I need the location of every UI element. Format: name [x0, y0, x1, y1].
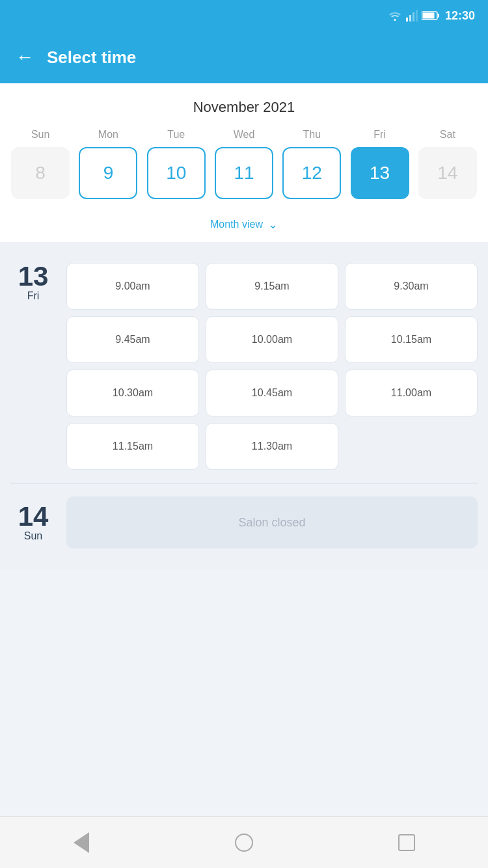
day-13-number: 13 — [10, 263, 56, 290]
weekday-wed: Wed — [215, 129, 273, 141]
day-14-block: 14 Sun Salon closed — [0, 489, 488, 556]
home-nav-icon — [235, 834, 253, 852]
dates-row: 8 9 10 11 12 13 14 — [0, 147, 488, 199]
day-14-number: 14 — [10, 503, 56, 530]
day-14-label: 14 Sun — [10, 503, 56, 542]
weekday-tue: Tue — [147, 129, 206, 141]
weekday-mon: Mon — [79, 129, 137, 141]
weekday-thu: Thu — [282, 129, 341, 141]
recents-nav-icon — [398, 834, 415, 851]
status-time: 12:30 — [445, 9, 475, 23]
time-slot-1115am[interactable]: 11.15am — [66, 423, 199, 470]
time-slot-1130am[interactable]: 11.30am — [206, 423, 338, 470]
signal-icon — [406, 10, 418, 21]
nav-recents-button[interactable] — [390, 826, 423, 859]
salon-closed-label: Salon closed — [238, 516, 305, 530]
month-title: November 2021 — [0, 99, 488, 116]
svg-rect-5 — [438, 14, 439, 18]
day-divider — [10, 483, 478, 483]
times-area: 13 Fri 9.00am 9.15am 9.30am 9.45am 10.00… — [0, 242, 488, 569]
weekday-sun: Sun — [11, 129, 70, 141]
date-12[interactable]: 12 — [282, 147, 341, 199]
date-13[interactable]: 13 — [351, 147, 409, 199]
weekday-sat: Sat — [418, 129, 477, 141]
weekdays-row: Sun Mon Tue Wed Thu Fri Sat — [0, 129, 488, 141]
nav-home-button[interactable] — [228, 826, 260, 859]
svg-rect-6 — [422, 13, 434, 19]
svg-rect-0 — [406, 18, 408, 21]
chevron-down-icon: ⌄ — [268, 217, 278, 232]
calendar-section: November 2021 Sun Mon Tue Wed Thu Fri Sa… — [0, 83, 488, 242]
month-view-label: Month view — [210, 219, 263, 230]
date-8[interactable]: 8 — [11, 147, 70, 199]
back-nav-icon — [74, 832, 89, 853]
time-slot-930am[interactable]: 9.30am — [345, 263, 478, 310]
time-slots-grid-13: 9.00am 9.15am 9.30am 9.45am 10.00am 10.1… — [66, 263, 478, 470]
svg-rect-3 — [416, 10, 418, 21]
bottom-nav — [0, 816, 488, 868]
back-button[interactable]: ← — [16, 48, 34, 66]
time-slot-1100am[interactable]: 11.00am — [345, 370, 478, 416]
day-14-name: Sun — [10, 530, 56, 542]
time-slot-915am[interactable]: 9.15am — [206, 263, 338, 310]
day-13-label: 13 Fri — [10, 263, 56, 302]
svg-rect-2 — [413, 12, 414, 21]
svg-rect-1 — [409, 15, 411, 21]
battery-icon — [422, 11, 440, 20]
time-slot-1000am[interactable]: 10.00am — [206, 316, 338, 363]
status-icons — [388, 10, 440, 21]
time-slot-1045am[interactable]: 10.45am — [206, 370, 338, 416]
time-slot-945am[interactable]: 9.45am — [66, 316, 199, 363]
date-14[interactable]: 14 — [418, 147, 477, 199]
status-bar: 12:30 — [0, 0, 488, 31]
date-9[interactable]: 9 — [79, 147, 137, 199]
date-11[interactable]: 11 — [215, 147, 273, 199]
time-slot-1015am[interactable]: 10.15am — [345, 316, 478, 363]
month-view-toggle[interactable]: Month view ⌄ — [0, 210, 488, 242]
nav-back-button[interactable] — [65, 826, 98, 859]
salon-closed-box: Salon closed — [66, 496, 478, 549]
header: ← Select time — [0, 31, 488, 83]
time-slot-900am[interactable]: 9.00am — [66, 263, 199, 310]
wifi-icon — [388, 10, 402, 21]
header-title: Select time — [47, 47, 136, 68]
date-10[interactable]: 10 — [147, 147, 206, 199]
weekday-fri: Fri — [351, 129, 409, 141]
time-slot-1030am[interactable]: 10.30am — [66, 370, 199, 416]
day-13-block: 13 Fri 9.00am 9.15am 9.30am 9.45am 10.00… — [0, 255, 488, 478]
day-13-name: Fri — [10, 290, 56, 302]
